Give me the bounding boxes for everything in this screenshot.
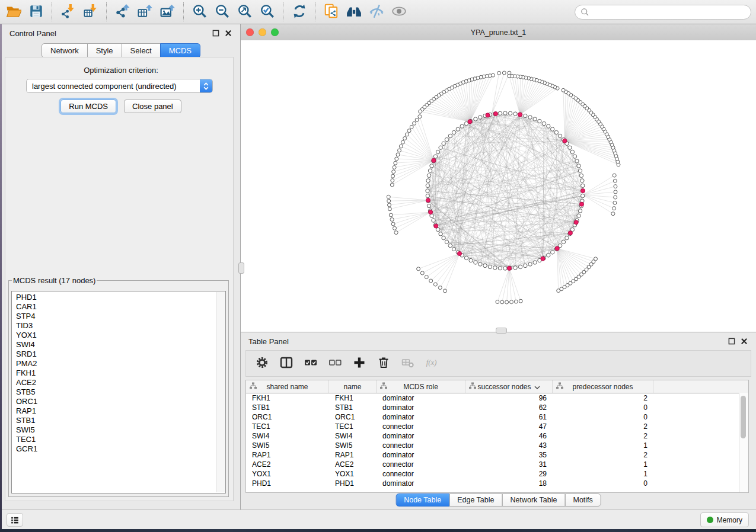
graph-node[interactable] xyxy=(542,121,546,125)
close-table-panel-icon[interactable] xyxy=(741,338,748,345)
graph-node[interactable] xyxy=(551,251,554,254)
graph-node[interactable] xyxy=(390,218,394,222)
graph-node[interactable] xyxy=(452,130,455,134)
graph-node[interactable] xyxy=(448,243,452,247)
graph-node[interactable] xyxy=(425,275,428,279)
graph-node[interactable] xyxy=(445,137,448,141)
graph-node[interactable] xyxy=(498,267,502,270)
graph-node[interactable] xyxy=(407,129,411,133)
graph-node[interactable] xyxy=(502,71,506,75)
graph-node[interactable] xyxy=(497,71,501,75)
graph-node[interactable] xyxy=(503,267,507,270)
tab-select[interactable]: Select xyxy=(122,43,161,58)
table-scrollbar-thumb[interactable] xyxy=(741,396,746,438)
graph-node[interactable] xyxy=(429,279,433,283)
graph-node[interactable] xyxy=(392,170,395,174)
graph-node[interactable] xyxy=(565,236,569,240)
graph-mcds-node[interactable] xyxy=(574,220,578,225)
mcds-result-item[interactable]: TID3 xyxy=(12,321,217,331)
graph-node[interactable] xyxy=(488,265,492,268)
graph-mcds-node[interactable] xyxy=(580,188,585,193)
graph-node[interactable] xyxy=(505,300,509,304)
graph-node[interactable] xyxy=(439,146,442,149)
network-canvas[interactable] xyxy=(241,40,756,332)
graph-mcds-node[interactable] xyxy=(555,246,559,251)
graph-node[interactable] xyxy=(528,116,532,119)
graph-node[interactable] xyxy=(581,194,585,197)
export-image-button[interactable] xyxy=(157,1,179,23)
zoom-out-button[interactable] xyxy=(211,1,234,23)
column-header-name[interactable]: name xyxy=(329,380,377,393)
mcds-result-item[interactable]: STB1 xyxy=(12,416,217,425)
graph-node[interactable] xyxy=(398,149,401,152)
table-row[interactable]: FKH1FKH1dominator962 xyxy=(246,393,748,403)
graph-node[interactable] xyxy=(426,179,430,182)
graph-node[interactable] xyxy=(418,115,422,118)
graph-node[interactable] xyxy=(533,261,537,264)
graph-node[interactable] xyxy=(518,265,522,268)
search-input[interactable] xyxy=(590,8,751,17)
graph-node[interactable] xyxy=(460,124,464,128)
add-button[interactable] xyxy=(352,356,367,371)
graph-node[interactable] xyxy=(433,155,437,158)
graph-node[interactable] xyxy=(547,254,550,257)
graph-node[interactable] xyxy=(419,110,422,113)
criterion-select[interactable]: largest connected component (undirected) xyxy=(26,79,213,93)
graph-node[interactable] xyxy=(433,283,437,286)
graph-node[interactable] xyxy=(405,133,409,136)
graph-mcds-node[interactable] xyxy=(429,210,433,214)
graph-node[interactable] xyxy=(533,117,537,121)
graph-node[interactable] xyxy=(448,134,452,137)
graph-mcds-node[interactable] xyxy=(518,113,522,117)
graph-node[interactable] xyxy=(498,111,502,115)
graph-mcds-node[interactable] xyxy=(493,111,497,116)
graph-node[interactable] xyxy=(474,117,477,121)
gear-button[interactable] xyxy=(254,356,270,371)
graph-node[interactable] xyxy=(613,207,616,210)
graph-node[interactable] xyxy=(611,212,615,216)
column-header-successor-nodes[interactable]: successor nodes xyxy=(465,380,553,393)
graph-node[interactable] xyxy=(510,300,513,304)
graph-node[interactable] xyxy=(420,271,424,275)
graph-node[interactable] xyxy=(427,174,430,177)
graph-node[interactable] xyxy=(483,264,487,267)
graph-node[interactable] xyxy=(389,213,393,217)
column-header-predecessor-nodes[interactable]: predecessor nodes xyxy=(553,380,653,393)
graph-node[interactable] xyxy=(444,289,447,293)
graph-node[interactable] xyxy=(387,195,390,198)
graph-node[interactable] xyxy=(427,204,430,207)
graph-node[interactable] xyxy=(436,150,439,153)
graph-node[interactable] xyxy=(614,196,617,199)
zoom-in-button[interactable] xyxy=(189,1,211,23)
graph-mcds-node[interactable] xyxy=(434,224,438,228)
graph-node[interactable] xyxy=(464,256,468,259)
close-panel-icon[interactable] xyxy=(225,30,232,37)
graph-node[interactable] xyxy=(581,184,585,187)
mcds-result-item[interactable]: SRD1 xyxy=(12,350,217,359)
graph-node[interactable] xyxy=(391,174,395,178)
mcds-result-item[interactable]: RAP1 xyxy=(12,406,217,416)
graph-mcds-node[interactable] xyxy=(541,257,545,261)
network-share-button[interactable] xyxy=(320,1,343,23)
graph-node[interactable] xyxy=(568,146,572,149)
mcds-result-item[interactable]: CAR1 xyxy=(12,302,217,312)
graph-node[interactable] xyxy=(493,266,497,270)
graph-node[interactable] xyxy=(388,203,391,207)
table-row[interactable]: TEC1TEC1connector472 xyxy=(246,422,748,431)
graph-mcds-node[interactable] xyxy=(486,113,490,117)
import-table-button[interactable] xyxy=(79,1,102,23)
graph-node[interactable] xyxy=(503,111,507,115)
graph-node[interactable] xyxy=(399,145,403,148)
float-panel-icon[interactable] xyxy=(212,30,219,37)
mcds-result-item[interactable]: PMA2 xyxy=(12,359,217,368)
graph-node[interactable] xyxy=(428,169,432,172)
table-row[interactable]: PHD1PHD1dominator180 xyxy=(246,479,748,488)
refresh-button[interactable] xyxy=(288,1,311,23)
graph-node[interactable] xyxy=(442,142,445,145)
mcds-result-item[interactable]: FKH1 xyxy=(12,368,217,378)
graph-node[interactable] xyxy=(387,199,391,203)
table-tab-network-table[interactable]: Network Table xyxy=(502,493,566,507)
mcds-result-list[interactable]: PHD1CAR1STP4TID3YOX1SWI4SRD1PMA2FKH1ACE2… xyxy=(11,291,226,493)
graph-node[interactable] xyxy=(393,166,396,169)
mcds-result-item[interactable]: ORC1 xyxy=(12,397,217,406)
